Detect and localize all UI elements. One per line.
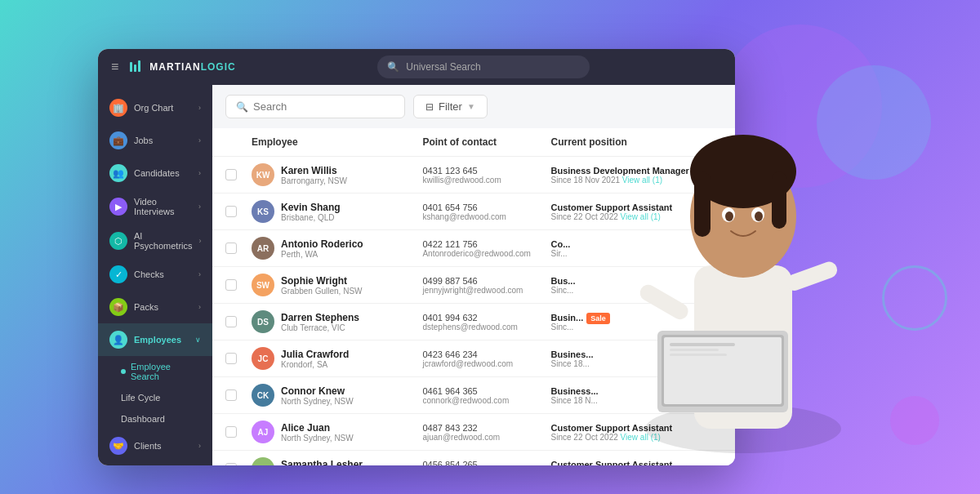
view-all-link[interactable]: View all (1) — [622, 176, 662, 185]
contact-cell: 0431 123 645 kwillis@redwood.com — [422, 166, 550, 185]
video-interviews-label: Video Interviews — [134, 197, 192, 216]
filter-icon: ⊟ — [425, 101, 434, 113]
employee-phone: 0499 887 546 — [422, 276, 550, 286]
position-cell: Customer Support Assistant Since 22 Oct … — [551, 202, 722, 221]
sidebar-item-ai-psychometrics[interactable]: ⬡ AI Psychometrics › — [98, 224, 212, 258]
employee-info: Karen Willis Barrongarry, NSW — [281, 165, 347, 185]
row-checkbox[interactable] — [225, 206, 252, 217]
contact-cell: 0487 843 232 ajuan@redwood.com — [422, 423, 550, 442]
position-cell: Bus... Sinc... — [551, 276, 722, 295]
search-input[interactable] — [253, 100, 394, 113]
position-title: Co... — [551, 239, 722, 249]
checks-chevron: › — [198, 270, 201, 278]
position-since: Since 18 Nov 2021 View all (1) — [551, 176, 722, 185]
main-content: 🏢 Org Chart › 💼 Jobs › 👥 Candidates › ▶ … — [98, 85, 735, 465]
view-all-link[interactable]: View all (1) — [621, 212, 661, 221]
filter-label: Filter — [439, 100, 462, 113]
position-since: Since 18... — [551, 359, 722, 368]
employee-info: Darren Stephens Club Terrace, VIC — [281, 312, 359, 332]
table-row[interactable]: SW Sophie Wright Grabben Gullen, NSW 049… — [212, 267, 735, 304]
sidebar-item-video-interviews[interactable]: ▶ Video Interviews › — [98, 189, 212, 224]
position-title: Customer Support Assistant — [551, 460, 722, 466]
header-contact: Point of contact — [422, 136, 550, 148]
table-row[interactable]: AJ Alice Juan North Sydney, NSW 0487 843… — [212, 414, 735, 451]
employee-email: kshang@redwood.com — [422, 212, 550, 221]
universal-search-label: Universal Search — [406, 61, 480, 73]
table-row[interactable]: KS Kevin Shang Brisbane, QLD 0401 654 75… — [212, 194, 735, 230]
employee-email: connork@redwood.com — [422, 396, 550, 405]
jobs-icon: 💼 — [109, 131, 127, 149]
employee-info: Antonio Roderico Perth, WA — [281, 238, 363, 259]
hamburger-icon[interactable]: ≡ — [111, 60, 118, 74]
position-since: Since 22 Oct 2022 View all (1) — [551, 433, 722, 442]
position-title: Business... — [551, 386, 722, 396]
position-cell: Business... Since 18 N... — [551, 386, 722, 405]
employee-phone: 0422 121 756 — [422, 239, 550, 249]
table-row[interactable]: SL Samantha Lesher Melbourne, VIC 0456 8… — [212, 451, 735, 465]
sidebar-item-jobs[interactable]: 💼 Jobs › — [98, 124, 212, 157]
view-all-link[interactable]: View all (1) — [621, 433, 661, 442]
position-since: Sinc... — [551, 323, 722, 332]
sidebar-item-candidates[interactable]: 👥 Candidates › — [98, 157, 212, 189]
table-row[interactable]: CK Connor Knew North Sydney, NSW 0461 96… — [212, 377, 735, 414]
row-checkbox[interactable] — [225, 243, 252, 254]
sidebar-item-org-chart[interactable]: 🏢 Org Chart › — [98, 91, 212, 124]
packs-icon: 📦 — [109, 298, 127, 316]
employee-name: Antonio Roderico — [281, 238, 363, 250]
logo-mark — [128, 59, 145, 75]
employee-location: Barrongarry, NSW — [281, 176, 347, 185]
table-row[interactable]: KW Karen Willis Barrongarry, NSW 0431 12… — [212, 157, 735, 194]
sidebar-sub-dashboard[interactable]: Dashboard — [98, 408, 212, 429]
filter-button[interactable]: ⊟ Filter ▼ — [413, 95, 488, 118]
app-name: MARTIANLOGIC — [149, 61, 235, 73]
employee-name: Alice Juan — [281, 422, 354, 434]
row-checkbox[interactable] — [225, 169, 252, 180]
employee-table: Employee Point of contact Current positi… — [212, 128, 735, 465]
employee-location: Grabben Gullen, NSW — [281, 287, 363, 296]
table-row[interactable]: AR Antonio Roderico Perth, WA 0422 121 7… — [212, 230, 735, 267]
contact-cell: 0423 646 234 jcrawford@redwood.com — [422, 349, 550, 368]
sidebar-item-checks[interactable]: ✓ Checks › — [98, 258, 212, 291]
contact-cell: 0456 854 265 samlesher@redwood.com — [422, 460, 550, 466]
video-interviews-icon: ▶ — [109, 198, 127, 216]
row-checkbox[interactable] — [225, 279, 252, 291]
avatar: SL — [252, 457, 274, 465]
sidebar-item-clients[interactable]: 🤝 Clients › — [98, 429, 212, 462]
sidebar-sub-life-cycle[interactable]: Life Cycle — [98, 387, 212, 408]
universal-search-bar[interactable]: 🔍 Universal Search — [377, 56, 590, 78]
employee-location: North Sydney, NSW — [281, 434, 354, 443]
row-checkbox[interactable] — [225, 389, 252, 401]
employee-email: ajuan@redwood.com — [422, 433, 550, 442]
contact-cell: 0401 654 756 kshang@redwood.com — [422, 202, 550, 221]
svg-rect-2 — [138, 60, 140, 72]
table-row[interactable]: JC Julia Crawford Krondorf, SA 0423 646 … — [212, 340, 735, 377]
employee-phone: 0423 646 234 — [422, 349, 550, 359]
row-checkbox[interactable] — [225, 316, 252, 327]
org-chart-label: Org Chart — [134, 103, 173, 113]
employees-icon: 👤 — [109, 331, 127, 349]
search-input-wrapper[interactable]: 🔍 — [225, 95, 405, 118]
position-title: Customer Support Assistant — [551, 423, 722, 433]
employee-cell: KS Kevin Shang Brisbane, QLD — [252, 200, 422, 223]
sidebar-sub-employee-search[interactable]: Employee Search — [98, 356, 212, 387]
employee-location: North Sydney, NSW — [281, 397, 354, 406]
employee-email: Antonroderico@redwood.com — [422, 249, 550, 258]
row-checkbox[interactable] — [225, 463, 252, 465]
sidebar-item-employees[interactable]: 👤 Employees ∨ — [98, 323, 212, 356]
employee-info: Alice Juan North Sydney, NSW — [281, 422, 354, 443]
contact-cell: 0422 121 756 Antonroderico@redwood.com — [422, 239, 550, 258]
checks-label: Checks — [134, 269, 164, 279]
app-logo: MARTIANLOGIC — [128, 59, 235, 75]
row-checkbox[interactable] — [225, 426, 252, 438]
candidates-icon: 👥 — [109, 164, 127, 182]
sidebar-item-inbox[interactable]: ✉ Inbox › — [98, 462, 212, 465]
ai-psychometrics-icon: ⬡ — [109, 232, 127, 250]
position-title: Bus... — [551, 276, 722, 286]
position-cell: Busines... Since 18... — [551, 349, 722, 368]
sidebar-item-packs[interactable]: 📦 Packs › — [98, 291, 212, 323]
employee-phone: 0401 994 632 — [422, 313, 550, 323]
org-chart-icon: 🏢 — [109, 99, 127, 117]
row-checkbox[interactable] — [225, 353, 252, 364]
position-title: Customer Support Assistant — [551, 202, 722, 212]
table-row[interactable]: DS Darren Stephens Club Terrace, VIC 040… — [212, 304, 735, 340]
